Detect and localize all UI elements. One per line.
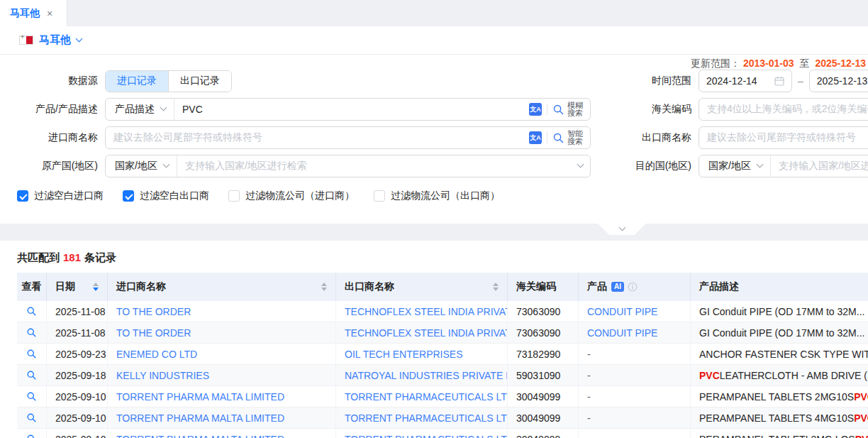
origin-country-input[interactable]: 支持输入国家/地区进行检索 <box>177 160 571 173</box>
importer-link[interactable]: ENEMED CO LTD <box>116 349 197 360</box>
product-link[interactable]: CONDUIT PIPE <box>587 306 657 317</box>
column-header-importer[interactable]: 进口商名称 <box>108 273 336 301</box>
exporter-link[interactable]: TORRENT PHARMACEUTICALS LTD <box>345 391 508 403</box>
filter-checkbox-1[interactable]: 过滤空白进口商 <box>17 190 104 202</box>
view-record-button[interactable] <box>17 386 47 407</box>
filter-checkbox-3[interactable]: 过滤物流公司（进口商） <box>228 190 355 202</box>
exporter-name-input[interactable]: 建议去除公司尾部字符或特殊符号 <box>699 126 868 149</box>
importer-link[interactable]: KELLY INDUSTRIES <box>116 370 209 381</box>
checkbox-label: 过滤空白进口商 <box>34 190 104 202</box>
results-prefix: 共匹配到 <box>17 251 60 263</box>
sort-caret-up-icon[interactable] <box>321 283 327 286</box>
filter-checkbox-4[interactable]: 过滤物流公司（出口商） <box>374 190 500 202</box>
product-empty: - <box>587 391 591 403</box>
importer-link[interactable]: TO THE ORDER <box>116 327 191 339</box>
cell-product: CONDUIT PIPE <box>579 322 691 343</box>
destination-country-input[interactable]: 支持输入国家/地区进行检索 <box>771 160 868 173</box>
importer-link[interactable]: TORRENT PHARMA MALTA LIMITED <box>116 412 284 424</box>
filter-checkbox-row: 过滤空白进口商过滤空白出口商过滤物流公司（进口商）过滤物流公司（出口商） <box>17 190 868 202</box>
column-header-date[interactable]: 日期 <box>47 273 108 301</box>
exporter-link[interactable]: TECHNOFLEX STEEL INDIA PRIVATE LIMITED <box>345 327 508 339</box>
checkbox-checked-icon[interactable] <box>123 190 134 202</box>
column-header-product: 产品AI <box>579 273 691 301</box>
cell-exporter: TORRENT PHARMACEUTICALS LTD <box>336 429 508 438</box>
exporter-label: 出口商名称 <box>591 131 699 144</box>
importer-name-input[interactable]: 建议去除公司尾部字符或特殊符号 文A 智能搜索 <box>105 126 591 149</box>
sort-caret-up-icon[interactable] <box>93 283 99 286</box>
view-record-button[interactable] <box>17 344 47 364</box>
cell-hs-code: 73063090 <box>508 322 579 343</box>
column-label: 出口商名称 <box>345 280 394 293</box>
importer-label: 进口商名称 <box>0 131 105 144</box>
product-link[interactable]: CONDUIT PIPE <box>587 327 657 339</box>
update-range-end: 2025-12-13 <box>815 58 866 69</box>
cell-date: 2025-11-08 <box>47 301 108 322</box>
tab-malta[interactable]: 马耳他 × <box>0 0 67 26</box>
exporter-link[interactable]: TORRENT PHARMACEUTICALS LTD <box>345 412 508 424</box>
cell-importer: KELLY INDUSTRIES <box>108 365 336 385</box>
view-record-button[interactable] <box>17 322 47 343</box>
cell-description: PVC LEATHERCLOTH - AMB DRIVE (1... <box>691 365 868 385</box>
exporter-link[interactable]: OIL TECH ENTERPRISES <box>345 349 462 360</box>
checkbox-unchecked-icon[interactable] <box>228 190 240 202</box>
collapse-panel-button[interactable] <box>598 224 646 235</box>
hs-code-input[interactable]: 支持4位以上海关编码，或2位海关编码加上 <box>699 98 868 121</box>
keyword-highlight: PVC <box>699 370 720 381</box>
importer-link[interactable]: TO THE ORDER <box>116 306 191 317</box>
search-record-icon <box>26 434 37 438</box>
exporter-link[interactable]: TECHNOFLEX STEEL INDIA PRIVATE LIMITED <box>345 306 508 317</box>
tab-close-icon[interactable]: × <box>47 8 52 19</box>
sort-caret-up-icon[interactable] <box>493 283 499 286</box>
cell-date: 2025-09-10 <box>47 429 108 438</box>
exporter-link[interactable]: NATROYAL INDUSTRIES PRIVATE LIMITED <box>345 370 508 381</box>
sort-caret-down-icon[interactable] <box>321 288 327 291</box>
country-chevron-down-icon[interactable] <box>76 35 83 42</box>
view-record-button[interactable] <box>17 301 47 322</box>
chevron-down-icon[interactable] <box>577 161 584 168</box>
checkbox-checked-icon[interactable] <box>17 190 28 202</box>
sort-caret-down-icon[interactable] <box>493 288 499 291</box>
column-label: 日期 <box>55 280 75 293</box>
exporter-link[interactable]: TORRENT PHARMACEUTICALS LTD <box>345 434 508 438</box>
tab-import-records[interactable]: 进口记录 <box>106 71 168 92</box>
column-label: 查看 <box>22 280 42 293</box>
origin-country-select[interactable]: 国家/地区 <box>106 155 177 177</box>
fuzzy-search-line1: 模糊 <box>567 101 583 109</box>
cell-exporter: NATROYAL INDUSTRIES PRIVATE LIMITED <box>336 365 508 385</box>
importer-link[interactable]: TORRENT PHARMA MALTA LIMITED <box>116 434 284 438</box>
ai-badge: AI <box>611 282 624 292</box>
start-date-input[interactable]: 2024-12-14 <box>699 70 792 92</box>
checkbox-label: 过滤物流公司（进口商） <box>245 190 355 202</box>
translate-icon[interactable]: 文A <box>529 131 542 144</box>
cell-date: 2025-09-10 <box>47 407 108 428</box>
update-range-to: 至 <box>799 58 809 69</box>
sort-control[interactable] <box>316 283 327 291</box>
product-type-select[interactable]: 产品描述 <box>106 99 174 120</box>
calendar-icon <box>774 76 784 86</box>
view-record-button[interactable] <box>17 407 47 428</box>
fuzzy-search-button[interactable]: 模糊搜索 <box>552 102 583 118</box>
view-record-button[interactable] <box>17 429 47 438</box>
sort-caret-down-icon[interactable] <box>93 288 99 291</box>
column-label: 产品描述 <box>699 280 739 293</box>
importer-link[interactable]: TORRENT PHARMA MALTA LIMITED <box>116 391 284 403</box>
smart-search-button[interactable]: 智能搜索 <box>552 130 583 146</box>
chevron-down-icon <box>618 224 625 231</box>
column-header-exporter[interactable]: 出口商名称 <box>336 273 508 301</box>
product-search-input[interactable]: PVC <box>174 104 522 115</box>
checkbox-unchecked-icon[interactable] <box>374 190 385 202</box>
info-icon[interactable] <box>628 282 638 292</box>
date-range-dash: – <box>798 75 803 87</box>
end-date-input[interactable]: 2025-12-13 <box>809 70 868 92</box>
search-record-icon <box>26 391 37 402</box>
smart-search-line2: 搜索 <box>567 137 583 146</box>
translate-icon[interactable]: 文A <box>529 103 542 116</box>
tab-export-records[interactable]: 出口记录 <box>168 71 231 92</box>
cell-description: GI Conduit PIPE (OD 17MM to 32M... <box>691 322 868 343</box>
destination-country-select[interactable]: 国家/地区 <box>699 155 771 177</box>
view-record-button[interactable] <box>17 365 47 385</box>
filter-checkbox-2[interactable]: 过滤空白出口商 <box>123 190 209 202</box>
sort-control[interactable] <box>87 283 99 291</box>
column-header-view: 查看 <box>17 273 47 301</box>
sort-control[interactable] <box>487 283 499 291</box>
